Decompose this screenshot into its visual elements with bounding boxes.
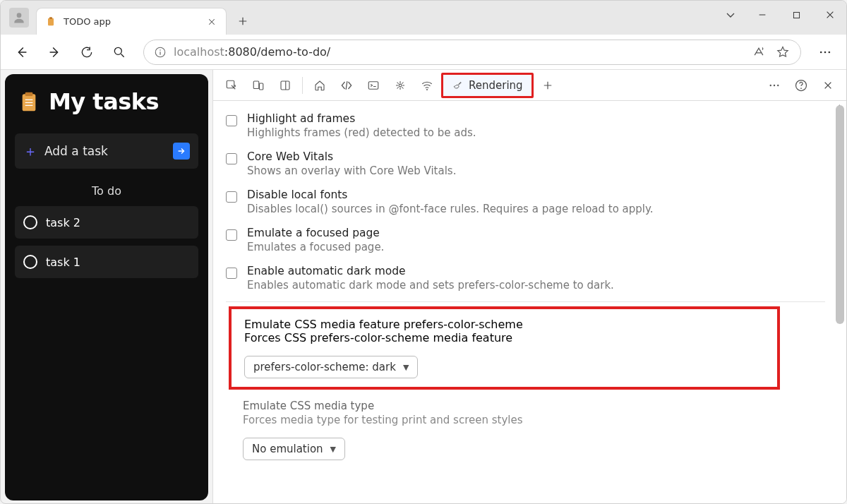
checkbox[interactable] — [226, 115, 237, 126]
svg-point-4 — [114, 47, 121, 54]
emulate-desc: Forces media type for testing print and … — [243, 414, 832, 426]
clipboard-icon — [18, 88, 40, 115]
more-tabs-button[interactable] — [535, 73, 560, 98]
svg-point-7 — [820, 51, 822, 53]
inspect-icon[interactable] — [219, 73, 244, 98]
refresh-button[interactable] — [73, 38, 101, 66]
svg-rect-14 — [260, 83, 263, 90]
devtools-pane: Rendering Highlight a — [212, 70, 846, 504]
checkbox[interactable] — [226, 191, 237, 203]
maximize-button[interactable] — [780, 4, 812, 26]
add-task-label: Add a task — [44, 144, 166, 158]
option-disable-local-fonts: Disable local fonts Disables local() sou… — [226, 183, 846, 221]
svg-point-21 — [777, 84, 779, 85]
checkbox[interactable] — [226, 229, 237, 241]
option-title: Enable automatic dark mode — [247, 265, 614, 277]
elements-tab-icon[interactable] — [334, 73, 359, 98]
svg-point-17 — [399, 84, 402, 87]
minimize-button[interactable] — [746, 4, 779, 26]
device-toggle-icon[interactable] — [246, 73, 271, 98]
emulate-media-type-section: Emulate CSS media type Forces media type… — [226, 390, 846, 470]
sources-tab-icon[interactable] — [388, 73, 413, 98]
toolbar: localhost:8080/demo-to-do/ — [1, 35, 846, 70]
select-value: prefers-color-scheme: dark — [253, 361, 396, 373]
welcome-tab-icon[interactable] — [307, 73, 332, 98]
scroll-thumb[interactable] — [836, 105, 844, 324]
svg-point-8 — [824, 51, 827, 53]
task-item[interactable]: task 2 — [15, 206, 198, 239]
rendering-tab[interactable]: Rendering — [441, 73, 534, 98]
new-tab-button[interactable] — [231, 9, 255, 33]
chevron-down-icon: ▼ — [403, 363, 409, 372]
network-tab-icon[interactable] — [414, 73, 440, 98]
scrollbar[interactable]: ▲ — [835, 105, 845, 500]
svg-rect-2 — [49, 17, 52, 19]
main-split: My tasks ＋ Add a task To do task 2 task … — [1, 70, 846, 504]
plus-icon: ＋ — [23, 142, 37, 161]
option-core-web-vitals: Core Web Vitals Shows an overlay with Co… — [226, 145, 846, 183]
devtools-more-icon[interactable] — [762, 73, 787, 98]
svg-rect-16 — [368, 81, 378, 89]
rendering-panel: Highlight ad frames Highlights frames (r… — [213, 101, 846, 504]
app-title: My tasks — [49, 88, 159, 115]
svg-point-0 — [17, 13, 22, 18]
task-checkbox[interactable] — [23, 215, 37, 229]
console-tab-icon[interactable] — [361, 73, 386, 98]
profile-avatar[interactable] — [9, 8, 29, 28]
select-value: No emulation — [252, 443, 323, 455]
forward-button[interactable] — [40, 38, 68, 66]
emulate-color-scheme-section: Emulate CSS media feature prefers-color-… — [229, 306, 780, 390]
chevron-down-icon: ▼ — [330, 445, 336, 454]
dock-side-icon[interactable] — [272, 73, 298, 98]
task-label: task 1 — [46, 256, 80, 269]
svg-point-23 — [800, 88, 802, 89]
address-bar[interactable]: localhost:8080/demo-to-do/ — [143, 40, 801, 65]
option-desc: Shows an overlay with Core Web Vitals. — [247, 164, 456, 177]
svg-point-6 — [160, 49, 161, 51]
page-pane: My tasks ＋ Add a task To do task 2 task … — [1, 70, 212, 504]
checkbox[interactable] — [226, 153, 237, 164]
emulate-title: Emulate CSS media feature prefers-color-… — [244, 318, 523, 331]
titlebar: TODO app — [1, 1, 846, 35]
settings-more-button[interactable] — [811, 38, 839, 66]
back-button[interactable] — [8, 38, 36, 66]
rendering-tab-label: Rendering — [469, 79, 523, 92]
option-title: Emulate a focused page — [247, 227, 384, 239]
svg-rect-15 — [281, 81, 289, 90]
media-type-select[interactable]: No emulation ▼ — [243, 438, 345, 460]
option-highlight-ad-frames: Highlight ad frames Highlights frames (r… — [226, 107, 846, 145]
option-auto-dark-mode: Enable automatic dark mode Enables autom… — [226, 259, 846, 297]
search-button[interactable] — [105, 38, 133, 66]
color-scheme-select[interactable]: prefers-color-scheme: dark ▼ — [244, 356, 418, 378]
browser-tab[interactable]: TODO app — [36, 8, 227, 35]
close-tab-button[interactable] — [206, 16, 217, 28]
svg-point-20 — [774, 84, 775, 85]
app-header: My tasks — [15, 88, 198, 115]
option-title: Disable local fonts — [247, 188, 654, 201]
devtools-close-button[interactable] — [815, 73, 841, 98]
option-emulate-focused-page: Emulate a focused page Emulates a focuse… — [226, 221, 846, 259]
devtools-tabbar: Rendering — [213, 70, 846, 101]
submit-task-button[interactable] — [173, 143, 190, 160]
option-title: Core Web Vitals — [247, 150, 456, 163]
task-item[interactable]: task 1 — [15, 246, 198, 278]
site-info-icon[interactable] — [154, 46, 167, 59]
svg-rect-1 — [48, 18, 54, 25]
svg-point-9 — [829, 51, 831, 53]
read-aloud-icon[interactable] — [751, 44, 767, 60]
task-checkbox[interactable] — [23, 255, 37, 269]
add-task-input[interactable]: ＋ Add a task — [15, 133, 198, 169]
option-desc: Highlights frames (red) detected to be a… — [247, 126, 476, 139]
close-window-button[interactable] — [814, 4, 846, 26]
emulate-title: Emulate CSS media type — [243, 400, 832, 412]
help-icon[interactable] — [788, 73, 814, 98]
task-label: task 2 — [46, 216, 80, 229]
checkbox[interactable] — [226, 268, 237, 279]
window-controls — [716, 1, 846, 29]
emulate-desc: Forces CSS prefers-color-scheme media fe… — [244, 331, 523, 344]
svg-rect-13 — [253, 81, 259, 89]
favorite-icon[interactable] — [775, 44, 791, 60]
tab-title: TODO app — [64, 16, 199, 27]
tab-overflow-button[interactable] — [716, 4, 745, 26]
option-desc: Disables local() sources in @font-face r… — [247, 203, 654, 215]
